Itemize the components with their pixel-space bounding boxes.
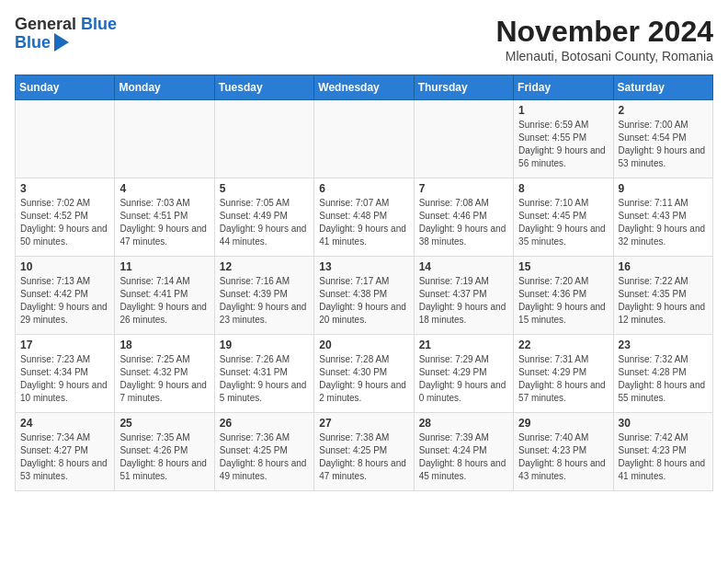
day-info: Sunrise: 7:36 AM Sunset: 4:25 PM Dayligh… (220, 431, 309, 483)
day-number: 8 (518, 182, 608, 195)
day-info: Sunrise: 7:32 AM Sunset: 4:28 PM Dayligh… (619, 353, 708, 405)
day-info: Sunrise: 6:59 AM Sunset: 4:55 PM Dayligh… (518, 119, 608, 170)
day-number: 11 (119, 260, 209, 273)
day-info: Sunrise: 7:28 AM Sunset: 4:30 PM Dayligh… (319, 353, 408, 405)
calendar-cell: 27Sunrise: 7:38 AM Sunset: 4:25 PM Dayli… (314, 413, 414, 491)
day-info: Sunrise: 7:42 AM Sunset: 4:23 PM Dayligh… (619, 431, 708, 483)
day-number: 5 (220, 182, 309, 195)
calendar-cell: 13Sunrise: 7:17 AM Sunset: 4:38 PM Dayli… (314, 257, 414, 335)
week-row-3: 10Sunrise: 7:13 AM Sunset: 4:42 PM Dayli… (16, 257, 713, 335)
day-info: Sunrise: 7:08 AM Sunset: 4:46 PM Dayligh… (419, 197, 508, 248)
col-header-thursday: Thursday (414, 75, 513, 100)
day-number: 18 (119, 339, 209, 351)
day-number: 6 (319, 182, 408, 195)
day-number: 28 (419, 417, 508, 430)
calendar-cell: 26Sunrise: 7:36 AM Sunset: 4:25 PM Dayli… (214, 413, 313, 491)
calendar-cell: 24Sunrise: 7:34 AM Sunset: 4:27 PM Dayli… (16, 413, 115, 491)
day-number: 24 (20, 417, 109, 430)
calendar-cell: 5Sunrise: 7:05 AM Sunset: 4:49 PM Daylig… (214, 178, 313, 257)
day-number: 4 (119, 182, 209, 195)
day-number: 29 (518, 417, 608, 430)
page-header: General Blue Blue November 2024 Mlenauti… (15, 15, 713, 63)
day-number: 3 (20, 182, 109, 195)
day-info: Sunrise: 7:14 AM Sunset: 4:41 PM Dayligh… (119, 275, 209, 327)
logo-arrow (54, 33, 69, 52)
day-number: 23 (619, 339, 708, 351)
calendar-cell: 12Sunrise: 7:16 AM Sunset: 4:39 PM Dayli… (214, 257, 313, 335)
day-info: Sunrise: 7:05 AM Sunset: 4:49 PM Dayligh… (220, 197, 309, 248)
day-info: Sunrise: 7:31 AM Sunset: 4:29 PM Dayligh… (518, 353, 608, 405)
calendar-cell: 17Sunrise: 7:23 AM Sunset: 4:34 PM Dayli… (16, 335, 115, 413)
week-row-4: 17Sunrise: 7:23 AM Sunset: 4:34 PM Dayli… (16, 335, 713, 413)
col-header-friday: Friday (514, 75, 613, 100)
calendar-cell: 16Sunrise: 7:22 AM Sunset: 4:35 PM Dayli… (613, 257, 712, 335)
calendar-cell: 14Sunrise: 7:19 AM Sunset: 4:37 PM Dayli… (414, 257, 513, 335)
day-info: Sunrise: 7:35 AM Sunset: 4:26 PM Dayligh… (119, 431, 209, 483)
calendar-cell: 7Sunrise: 7:08 AM Sunset: 4:46 PM Daylig… (414, 178, 513, 257)
day-info: Sunrise: 7:19 AM Sunset: 4:37 PM Dayligh… (419, 275, 508, 327)
calendar-cell: 19Sunrise: 7:26 AM Sunset: 4:31 PM Dayli… (214, 335, 313, 413)
calendar-cell: 23Sunrise: 7:32 AM Sunset: 4:28 PM Dayli… (613, 335, 712, 413)
day-info: Sunrise: 7:38 AM Sunset: 4:25 PM Dayligh… (319, 431, 408, 483)
calendar-cell: 10Sunrise: 7:13 AM Sunset: 4:42 PM Dayli… (16, 257, 115, 335)
day-number: 21 (419, 339, 508, 351)
calendar-cell: 11Sunrise: 7:14 AM Sunset: 4:41 PM Dayli… (115, 257, 214, 335)
calendar-cell: 18Sunrise: 7:25 AM Sunset: 4:32 PM Dayli… (115, 335, 214, 413)
day-number: 16 (619, 260, 708, 273)
calendar-cell: 25Sunrise: 7:35 AM Sunset: 4:26 PM Dayli… (115, 413, 214, 491)
day-info: Sunrise: 7:16 AM Sunset: 4:39 PM Dayligh… (220, 275, 309, 327)
day-info: Sunrise: 7:40 AM Sunset: 4:23 PM Dayligh… (518, 431, 608, 483)
day-number: 14 (419, 260, 508, 273)
day-info: Sunrise: 7:13 AM Sunset: 4:42 PM Dayligh… (20, 275, 109, 327)
calendar-cell: 22Sunrise: 7:31 AM Sunset: 4:29 PM Dayli… (514, 335, 613, 413)
title-block: November 2024 Mlenauti, Botosani County,… (495, 15, 713, 63)
calendar-cell (314, 100, 414, 178)
day-info: Sunrise: 7:29 AM Sunset: 4:29 PM Dayligh… (419, 353, 508, 405)
day-info: Sunrise: 7:02 AM Sunset: 4:52 PM Dayligh… (20, 197, 109, 248)
calendar-body: 1Sunrise: 6:59 AM Sunset: 4:55 PM Daylig… (16, 100, 713, 491)
calendar-header-row: SundayMondayTuesdayWednesdayThursdayFrid… (16, 75, 713, 100)
day-number: 12 (220, 260, 309, 273)
calendar-cell: 20Sunrise: 7:28 AM Sunset: 4:30 PM Dayli… (314, 335, 414, 413)
day-info: Sunrise: 7:10 AM Sunset: 4:45 PM Dayligh… (518, 197, 608, 248)
location: Mlenauti, Botosani County, Romania (495, 49, 713, 63)
col-header-sunday: Sunday (16, 75, 115, 100)
calendar-cell (214, 100, 313, 178)
calendar-cell: 2Sunrise: 7:00 AM Sunset: 4:54 PM Daylig… (613, 100, 712, 178)
day-number: 30 (619, 417, 708, 430)
day-info: Sunrise: 7:17 AM Sunset: 4:38 PM Dayligh… (319, 275, 408, 327)
day-info: Sunrise: 7:25 AM Sunset: 4:32 PM Dayligh… (119, 353, 209, 405)
day-number: 10 (20, 260, 109, 273)
calendar-table: SundayMondayTuesdayWednesdayThursdayFrid… (15, 75, 713, 491)
calendar-cell: 4Sunrise: 7:03 AM Sunset: 4:51 PM Daylig… (115, 178, 214, 257)
day-info: Sunrise: 7:11 AM Sunset: 4:43 PM Dayligh… (619, 197, 708, 248)
calendar-cell: 28Sunrise: 7:39 AM Sunset: 4:24 PM Dayli… (414, 413, 513, 491)
day-info: Sunrise: 7:03 AM Sunset: 4:51 PM Dayligh… (119, 197, 209, 248)
calendar-cell: 1Sunrise: 6:59 AM Sunset: 4:55 PM Daylig… (514, 100, 613, 178)
day-number: 27 (319, 417, 408, 430)
month-title: November 2024 (495, 15, 713, 49)
day-number: 9 (619, 182, 708, 195)
col-header-monday: Monday (115, 75, 214, 100)
day-info: Sunrise: 7:00 AM Sunset: 4:54 PM Dayligh… (619, 119, 708, 170)
week-row-5: 24Sunrise: 7:34 AM Sunset: 4:27 PM Dayli… (16, 413, 713, 491)
logo-text: General Blue Blue (15, 15, 117, 52)
calendar-cell: 8Sunrise: 7:10 AM Sunset: 4:45 PM Daylig… (514, 178, 613, 257)
day-number: 1 (518, 104, 608, 117)
col-header-saturday: Saturday (613, 75, 712, 100)
day-number: 26 (220, 417, 309, 430)
calendar-cell: 3Sunrise: 7:02 AM Sunset: 4:52 PM Daylig… (16, 178, 115, 257)
calendar-cell (16, 100, 115, 178)
col-header-tuesday: Tuesday (214, 75, 313, 100)
day-number: 2 (619, 104, 708, 117)
day-info: Sunrise: 7:34 AM Sunset: 4:27 PM Dayligh… (20, 431, 109, 483)
day-number: 25 (119, 417, 209, 430)
day-info: Sunrise: 7:20 AM Sunset: 4:36 PM Dayligh… (518, 275, 608, 327)
day-number: 15 (518, 260, 608, 273)
calendar-cell (414, 100, 513, 178)
day-number: 17 (20, 339, 109, 351)
day-number: 22 (518, 339, 608, 351)
day-number: 19 (220, 339, 309, 351)
day-info: Sunrise: 7:22 AM Sunset: 4:35 PM Dayligh… (619, 275, 708, 327)
calendar-cell: 30Sunrise: 7:42 AM Sunset: 4:23 PM Dayli… (613, 413, 712, 491)
